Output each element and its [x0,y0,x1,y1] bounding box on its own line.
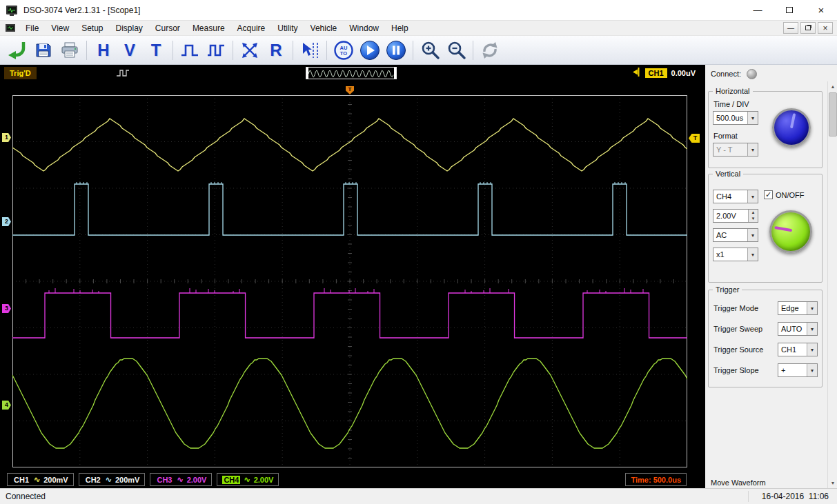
menu-measure[interactable]: Measure [186,22,231,34]
panel-scrollbar[interactable]: ▲ ▼ [827,81,837,488]
time-div-select[interactable]: 500.0us▾ [713,111,758,125]
toolbar-separator [413,41,413,60]
trigger-level-marker[interactable]: T [689,134,700,143]
maximize-button[interactable] [774,0,805,20]
statusbar: Connected 16-04-2016 11:06 [0,488,837,504]
ch4-badge[interactable]: CH4∿2.00V [217,473,279,486]
scope-display[interactable]: 1 2 3 4 T T CH1∿200mV CH2∿200mV CH3∿2.00… [0,81,705,488]
scope-document-icon [6,23,15,33]
titlebar: DSO-3074 Ver2.1.31 - [Scope1] — × [0,0,837,21]
statusbar-divider [748,491,749,502]
ch2-badge[interactable]: CH2∿200mV [79,473,146,486]
zoom-out-button[interactable] [443,37,469,63]
horizontal-settings-button[interactable]: H [90,37,117,63]
waveform-canvas[interactable] [12,95,687,467]
probe-select[interactable]: x1▾ [713,248,758,261]
auto-setup-icon [7,40,28,61]
trigger-sweep-select[interactable]: AUTO▾ [778,322,818,336]
math-icon [241,41,259,59]
ch3-badge[interactable]: CH3∿2.00V [150,473,212,486]
pulse-trigger-button[interactable] [177,37,203,63]
toolbar-separator [293,41,293,60]
trigger-position-marker[interactable]: T [346,86,354,94]
reference-icon: R [270,42,282,59]
horizontal-knob[interactable] [772,108,811,147]
mdi-close-button[interactable]: × [818,22,833,34]
math-button[interactable] [237,37,263,63]
maximize-icon [786,7,793,13]
time-div-label: Time / DIV [713,100,749,108]
toolbar: H V T R AUTO [0,36,837,65]
auto-scale-button[interactable]: AUTO [331,37,357,63]
menu-vehicle[interactable]: Vehicle [304,22,344,34]
coupling-select[interactable]: AC▾ [713,228,758,242]
trigger-source-select[interactable]: CH1▾ [778,343,818,356]
zoom-in-button[interactable] [417,37,443,63]
pulse-width-button[interactable] [203,37,229,63]
mdi-minimize-button[interactable]: — [783,22,798,34]
record-position-bar[interactable] [306,67,397,79]
toolbar-separator [86,41,87,60]
chevron-down-icon: ▾ [807,302,817,314]
close-button[interactable]: × [805,0,837,20]
spinner-up-icon[interactable]: ▲ [749,210,758,216]
menu-display[interactable]: Display [110,22,149,34]
vertical-settings-button[interactable]: V [117,37,143,63]
record-left-handle[interactable] [306,68,308,79]
menu-utility[interactable]: Utility [271,22,304,34]
mdi-restore-icon [805,26,811,30]
scroll-up-icon[interactable]: ▲ [828,81,837,92]
print-button[interactable] [57,37,83,63]
trigger-settings-button[interactable]: T [143,37,169,63]
app-icon [6,4,18,17]
trigger-level-value: 0.00uV [671,69,696,77]
vertical-group: Vertical CH4▾ ✓ ON/OFF 2.00V ▲▼ AC▾ x1▾ [708,174,823,283]
chevron-down-icon: ▾ [747,112,758,124]
connection-status: Connected [6,492,46,501]
record-right-handle[interactable] [394,68,396,79]
pulse-trigger-icon [180,41,199,59]
trigger-mode-select[interactable]: Edge▾ [778,301,818,315]
menu-view[interactable]: View [45,22,75,34]
menu-file[interactable]: File [19,22,45,34]
menu-window[interactable]: Window [343,22,385,34]
reference-button[interactable]: R [263,37,289,63]
horizontal-group-title: Horizontal [713,87,753,95]
scrollbar-thumb[interactable] [829,92,837,137]
channel-select[interactable]: CH4▾ [713,190,758,203]
zoom-out-icon [446,40,466,61]
toolbar-separator [173,41,173,60]
trigger-slope-label: Trigger Slope [713,366,759,374]
ch4-level-marker[interactable]: 4 [2,401,11,410]
minimize-button[interactable]: — [742,0,774,20]
chevron-down-icon: ▾ [747,248,758,261]
self-calibration-button[interactable] [477,37,503,63]
waveform-grid[interactable] [12,95,687,467]
channel-onoff-checkbox[interactable]: ✓ [764,190,773,199]
ch2-level-marker[interactable]: 2 [2,217,11,226]
mdi-restore-button[interactable] [800,22,816,34]
spinner-down-icon[interactable]: ▼ [749,216,758,222]
run-button[interactable] [357,37,383,63]
menu-acquire[interactable]: Acquire [231,22,272,34]
ch3-level-marker[interactable]: 3 [2,304,11,313]
ch1-badge[interactable]: CH1∿200mV [7,473,74,486]
vertical-knob[interactable] [769,210,812,253]
chevron-down-icon: ▾ [807,364,817,376]
channel-badges: CH1∿200mV CH2∿200mV CH3∿2.00V CH4∿2.00V [7,473,279,486]
trigger-group: Trigger Trigger Mode Edge▾ Trigger Sweep… [708,290,823,387]
menu-help[interactable]: Help [385,22,415,34]
volts-div-spinner[interactable]: 2.00V ▲▼ [713,209,758,223]
auto-setup-button[interactable] [4,37,30,63]
run-icon [359,39,381,61]
pause-button[interactable] [383,37,409,63]
scroll-down-icon[interactable]: ▼ [828,478,837,488]
trigger-slope-select[interactable]: +▾ [778,363,818,377]
cursor-measure-button[interactable] [297,37,323,63]
menu-cursor[interactable]: Cursor [149,22,186,34]
trigger-source-badge[interactable]: CH1 [645,68,667,78]
cursor-measure-icon [301,41,319,59]
save-button[interactable] [30,37,57,63]
menu-setup[interactable]: Setup [75,22,109,34]
ch1-level-marker[interactable]: 1 [2,133,11,142]
